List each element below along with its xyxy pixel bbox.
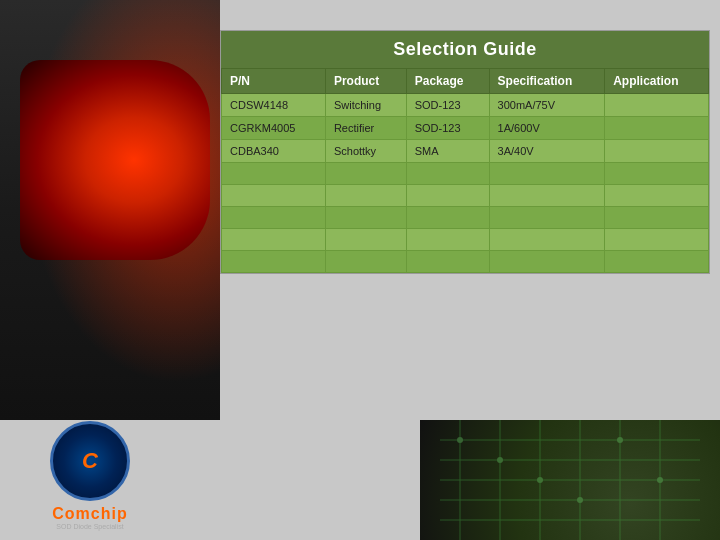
cell-package [406,163,489,185]
table-row: CDSW4148SwitchingSOD-123300mA/75V [222,94,709,117]
table-title: Selection Guide [221,31,709,68]
cell-package [406,229,489,251]
table-header-row: P/N Product Package Specification Applic… [222,69,709,94]
logo-circle: C [50,421,130,501]
cell-product [325,163,406,185]
cell-product [325,251,406,273]
cell-specification [489,163,605,185]
col-header-package: Package [406,69,489,94]
cell-package [406,251,489,273]
cell-pn: CDSW4148 [222,94,326,117]
cell-pn [222,185,326,207]
table-row [222,185,709,207]
cell-package [406,185,489,207]
cell-application [605,140,709,163]
selection-guide-table: Selection Guide P/N Product Package Spec… [220,30,710,274]
cell-application [605,94,709,117]
cell-package: SOD-123 [406,94,489,117]
car-tail-light [20,60,210,260]
col-header-specification: Specification [489,69,605,94]
cell-specification: 300mA/75V [489,94,605,117]
table-row [222,207,709,229]
cell-package [406,207,489,229]
cell-product: Schottky [325,140,406,163]
cell-pn: CGRKM4005 [222,117,326,140]
table-row [222,229,709,251]
cell-pn [222,251,326,273]
col-header-product: Product [325,69,406,94]
table-row: CDBA340SchottkySMA3A/40V [222,140,709,163]
cell-specification [489,207,605,229]
cell-application [605,117,709,140]
cell-pn [222,163,326,185]
cell-pn [222,207,326,229]
cell-product: Switching [325,94,406,117]
main-content: Selection Guide P/N Product Package Spec… [220,30,710,520]
cell-product [325,207,406,229]
cell-product [325,185,406,207]
cell-application [605,207,709,229]
cell-package: SMA [406,140,489,163]
cell-specification [489,251,605,273]
cell-specification: 1A/600V [489,117,605,140]
logo-area: C Comchip SOD Diode Specialist [10,420,170,530]
company-tagline: SOD Diode Specialist [56,523,123,530]
cell-pn [222,229,326,251]
cell-application [605,251,709,273]
cell-application [605,229,709,251]
cell-specification [489,185,605,207]
col-header-application: Application [605,69,709,94]
cell-product [325,229,406,251]
table-row [222,163,709,185]
col-header-pn: P/N [222,69,326,94]
table-row [222,251,709,273]
cell-package: SOD-123 [406,117,489,140]
cell-product: Rectifier [325,117,406,140]
cell-specification: 3A/40V [489,140,605,163]
cell-specification [489,229,605,251]
cell-application [605,163,709,185]
company-name: Comchip [52,505,127,523]
table-row: CGRKM4005RectifierSOD-1231A/600V [222,117,709,140]
cell-application [605,185,709,207]
cell-pn: CDBA340 [222,140,326,163]
